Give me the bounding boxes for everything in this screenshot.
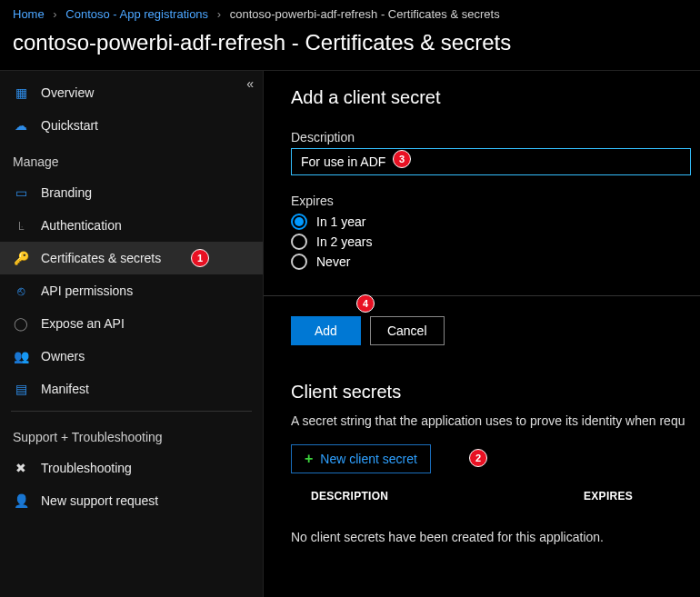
plus-icon: + bbox=[305, 451, 313, 467]
panel-title: Add a client secret bbox=[291, 87, 700, 108]
expires-option-1year[interactable]: In 1 year bbox=[291, 214, 700, 230]
breadcrumb: Home › Contoso - App registrations › con… bbox=[0, 0, 700, 30]
breadcrumb-current: contoso-powerbi-adf-refresh - Certificat… bbox=[230, 7, 500, 21]
new-client-secret-button[interactable]: + New client secret bbox=[291, 444, 431, 473]
sidebar-item-label: Quickstart bbox=[41, 118, 98, 133]
sidebar-item-api-permissions[interactable]: ⎋ API permissions bbox=[0, 274, 263, 307]
add-button[interactable]: Add bbox=[291, 316, 361, 345]
expires-option-2years[interactable]: In 2 years bbox=[291, 234, 700, 250]
sidebar: « ▦ Overview ☁ Quickstart Manage ▭ Brand… bbox=[0, 71, 264, 597]
callout-2: 2 bbox=[469, 449, 487, 467]
page-title: contoso-powerbi-adf-refresh - Certificat… bbox=[0, 30, 700, 71]
radio-icon bbox=[291, 234, 307, 250]
callout-4: 4 bbox=[356, 294, 375, 313]
manifest-icon: ▤ bbox=[13, 381, 29, 397]
support-icon: 👤 bbox=[13, 493, 29, 509]
expose-api-icon: ◯ bbox=[13, 315, 29, 332]
sidebar-item-label: API permissions bbox=[41, 284, 133, 298]
divider bbox=[11, 411, 252, 412]
th-expires: EXPIRES bbox=[584, 490, 675, 502]
sidebar-item-label: Troubleshooting bbox=[41, 461, 132, 475]
sidebar-item-manifest[interactable]: ▤ Manifest bbox=[0, 373, 263, 405]
owners-icon: 👥 bbox=[13, 348, 29, 364]
th-description: DESCRIPTION bbox=[311, 490, 584, 502]
client-secrets-title: Client secrets bbox=[291, 382, 700, 403]
breadcrumb-parent[interactable]: Contoso - App registrations bbox=[65, 7, 208, 21]
expires-label: Expires bbox=[291, 194, 700, 208]
sidebar-item-overview[interactable]: ▦ Overview bbox=[0, 76, 263, 109]
overview-icon: ▦ bbox=[13, 85, 29, 101]
sidebar-item-label: Overview bbox=[41, 85, 94, 100]
key-icon: ꛚ bbox=[13, 217, 29, 234]
branding-icon: ▭ bbox=[13, 184, 29, 201]
description-label: Description bbox=[291, 130, 700, 144]
sidebar-item-authentication[interactable]: ꛚ Authentication bbox=[0, 209, 263, 242]
wrench-icon: ✖ bbox=[13, 460, 29, 476]
sidebar-item-label: Manifest bbox=[41, 382, 89, 396]
radio-icon bbox=[291, 214, 307, 230]
sidebar-item-label: Certificates & secrets bbox=[41, 251, 161, 265]
callout-3: 3 bbox=[393, 150, 411, 168]
sidebar-item-label: Owners bbox=[41, 349, 85, 363]
client-secrets-description: A secret string that the application use… bbox=[291, 413, 700, 428]
sidebar-item-branding[interactable]: ▭ Branding bbox=[0, 176, 263, 209]
sidebar-item-label: Expose an API bbox=[41, 316, 125, 331]
sidebar-item-troubleshooting[interactable]: ✖ Troubleshooting bbox=[0, 452, 263, 484]
new-client-secret-label: New client secret bbox=[320, 452, 417, 466]
main-content: Add a client secret Description 3 Expire… bbox=[264, 71, 700, 597]
radio-label: Never bbox=[316, 254, 350, 269]
sidebar-item-label: New support request bbox=[41, 493, 158, 508]
api-permissions-icon: ⎋ bbox=[13, 283, 29, 299]
sidebar-item-quickstart[interactable]: ☁ Quickstart bbox=[0, 109, 263, 142]
expires-option-never[interactable]: Never bbox=[291, 254, 700, 270]
chevron-right-icon: › bbox=[53, 7, 56, 21]
sidebar-item-expose-api[interactable]: ◯ Expose an API bbox=[0, 307, 263, 340]
chevron-right-icon: › bbox=[217, 7, 221, 21]
sidebar-item-label: Authentication bbox=[41, 218, 122, 233]
section-manage: Manage bbox=[0, 142, 263, 176]
callout-1: 1 bbox=[191, 249, 209, 267]
sidebar-item-certificates-secrets[interactable]: 🔑 Certificates & secrets 1 bbox=[0, 242, 263, 274]
expires-radio-group: In 1 year In 2 years Never bbox=[291, 214, 700, 270]
certificate-icon: 🔑 bbox=[13, 250, 29, 266]
collapse-sidebar-icon[interactable]: « bbox=[246, 76, 254, 91]
cancel-button[interactable]: Cancel bbox=[370, 316, 445, 345]
empty-secrets-message: No client secrets have been created for … bbox=[291, 530, 700, 544]
sidebar-item-owners[interactable]: 👥 Owners bbox=[0, 340, 263, 373]
radio-label: In 2 years bbox=[316, 234, 372, 249]
sidebar-item-new-support-request[interactable]: 👤 New support request bbox=[0, 484, 263, 517]
secrets-table-header: DESCRIPTION EXPIRES bbox=[291, 490, 700, 502]
cloud-icon: ☁ bbox=[13, 117, 29, 134]
section-support: Support + Troubleshooting bbox=[0, 417, 263, 452]
description-input[interactable] bbox=[291, 148, 691, 175]
sidebar-item-label: Branding bbox=[41, 185, 92, 200]
breadcrumb-home[interactable]: Home bbox=[13, 7, 45, 21]
radio-icon bbox=[291, 254, 307, 270]
radio-label: In 1 year bbox=[316, 214, 365, 229]
